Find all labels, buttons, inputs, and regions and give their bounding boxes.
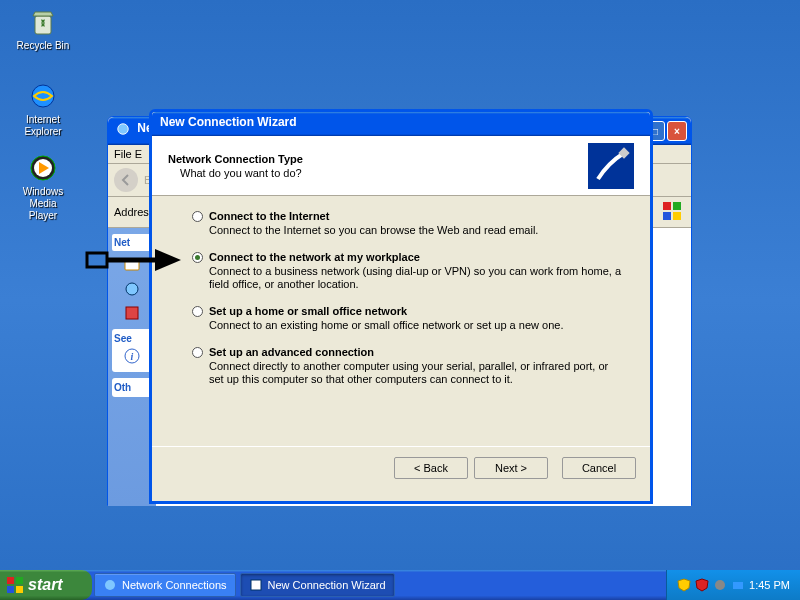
wizard-footer: < Back Next > Cancel (152, 446, 650, 489)
taskbar-item-label: Network Connections (122, 579, 227, 591)
internet-explorer-icon (27, 80, 59, 112)
desktop-icon-recycle-bin[interactable]: Recycle Bin (8, 6, 78, 52)
svg-rect-9 (663, 212, 671, 220)
radio-button-selected[interactable] (192, 252, 203, 263)
wizard-header: Network Connection Type What do you want… (152, 136, 650, 196)
option-description: Connect to an existing home or small off… (209, 319, 622, 332)
radio-button[interactable] (192, 211, 203, 222)
see-also-panel[interactable]: See i (112, 329, 152, 372)
other-places-panel[interactable]: Oth (112, 378, 152, 397)
close-button[interactable]: × (667, 121, 687, 141)
info-icon: i (124, 348, 140, 364)
wizard-icon (249, 578, 263, 592)
wizard-header-title: Network Connection Type (168, 153, 303, 165)
desktop-icon-label: Recycle Bin (8, 40, 78, 52)
back-button[interactable]: < Back (394, 457, 468, 479)
taskbar-item-label: New Connection Wizard (268, 579, 386, 591)
sidebar-icon-2[interactable] (122, 279, 142, 299)
desktop-icon-label: Windows MediaPlayer (8, 186, 78, 222)
start-button[interactable]: start (0, 570, 92, 600)
svg-point-12 (126, 283, 138, 295)
windows-flag-icon (661, 200, 685, 224)
taskbar-item-network-connections[interactable]: Network Connections (94, 573, 236, 597)
back-arrow-icon (119, 173, 133, 187)
svg-text:i: i (131, 351, 134, 362)
svg-rect-20 (7, 577, 14, 584)
svg-rect-23 (16, 586, 23, 593)
option-connect-workplace[interactable]: Connect to the network at my workplace C… (192, 251, 622, 291)
svg-point-24 (105, 580, 115, 590)
svg-rect-27 (733, 582, 743, 589)
svg-point-26 (715, 580, 725, 590)
svg-rect-22 (7, 586, 14, 593)
option-description: Connect to a business network (using dia… (209, 265, 622, 291)
svg-rect-16 (588, 143, 634, 189)
wizard-header-subtitle: What do you want to do? (180, 167, 303, 179)
sidebar-icon-3[interactable] (122, 303, 142, 323)
svg-rect-7 (663, 202, 671, 210)
wizard-titlebar[interactable]: New Connection Wizard (152, 112, 650, 136)
svg-rect-21 (16, 577, 23, 584)
radio-button[interactable] (192, 306, 203, 317)
start-label: start (28, 576, 63, 594)
system-tray[interactable]: 1:45 PM (666, 570, 800, 600)
tray-icon-3 (713, 578, 727, 592)
cable-icon (588, 143, 634, 189)
option-description: Connect to the Internet so you can brows… (209, 224, 622, 237)
next-button[interactable]: Next > (474, 457, 548, 479)
network-icon (103, 578, 117, 592)
option-advanced[interactable]: Set up an advanced connection Connect di… (192, 346, 622, 386)
radio-button[interactable] (192, 347, 203, 358)
desktop-icon-internet-explorer[interactable]: InternetExplorer (8, 80, 78, 138)
clock: 1:45 PM (749, 579, 790, 591)
svg-rect-8 (673, 202, 681, 210)
recycle-bin-icon (27, 6, 59, 38)
wizard-body: Connect to the Internet Connect to the I… (152, 196, 650, 446)
option-description: Connect directly to another computer usi… (209, 360, 622, 386)
desktop-icon-label: InternetExplorer (8, 114, 78, 138)
taskbar: start Network Connections New Connection… (0, 570, 800, 600)
network-icon (116, 122, 130, 136)
svg-rect-18 (87, 253, 107, 267)
wmp-icon (27, 152, 59, 184)
desktop-icon-wmp[interactable]: Windows MediaPlayer (8, 152, 78, 222)
tray-icon-4 (731, 578, 745, 592)
option-connect-internet[interactable]: Connect to the Internet Connect to the I… (192, 210, 622, 237)
cancel-button[interactable]: Cancel (562, 457, 636, 479)
shield-yellow-icon (677, 578, 691, 592)
back-button[interactable] (114, 168, 138, 192)
svg-rect-13 (126, 307, 138, 319)
option-home-office[interactable]: Set up a home or small office network Co… (192, 305, 622, 332)
new-connection-wizard-dialog: New Connection Wizard Network Connection… (149, 109, 653, 504)
windows-logo-icon (6, 576, 24, 594)
svg-point-6 (118, 124, 129, 135)
svg-rect-10 (673, 212, 681, 220)
taskbar-item-wizard[interactable]: New Connection Wizard (240, 573, 395, 597)
svg-rect-25 (251, 580, 261, 590)
shield-red-icon (695, 578, 709, 592)
annotation-arrow (85, 245, 185, 275)
